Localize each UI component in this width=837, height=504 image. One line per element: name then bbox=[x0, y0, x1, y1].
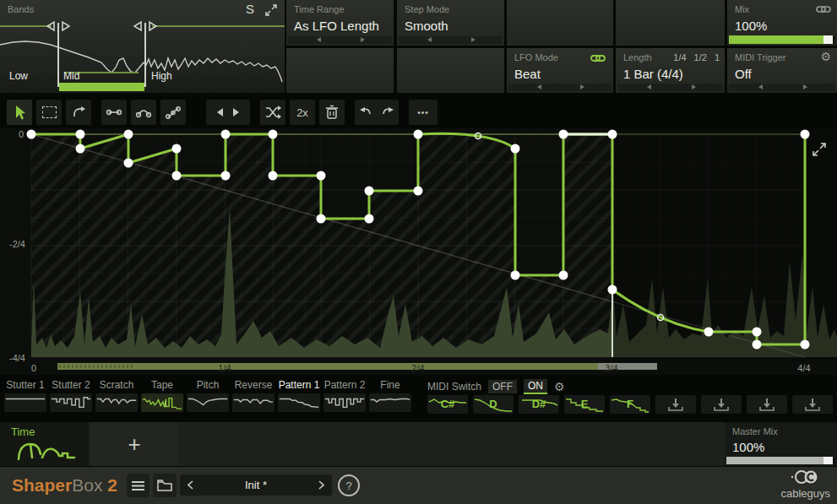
midi-note-slot[interactable]: D bbox=[473, 395, 514, 414]
length-quick-one[interactable]: 1 bbox=[715, 52, 720, 62]
lfo-editor[interactable]: 0 -2/4 -4/4 0 1/4 2/4 3/4 4/4 bbox=[0, 128, 837, 375]
midi-slot-download[interactable] bbox=[747, 395, 787, 414]
lfo-node[interactable] bbox=[221, 130, 231, 139]
add-channel-button[interactable]: + bbox=[90, 422, 178, 466]
lfo-node[interactable] bbox=[76, 144, 85, 154]
step-mode-control[interactable]: Step Mode Smooth bbox=[397, 0, 504, 46]
midi-note-slot[interactable]: D# bbox=[519, 395, 559, 414]
next-arrow-icon[interactable] bbox=[361, 37, 365, 42]
prev-arrow-icon[interactable] bbox=[647, 84, 651, 89]
midi-note-slot[interactable]: E bbox=[564, 395, 605, 414]
lfo-node[interactable] bbox=[365, 187, 374, 196]
next-arrow-icon[interactable] bbox=[580, 84, 584, 89]
wave-preset-label[interactable]: Fine bbox=[369, 379, 411, 391]
more-options-button[interactable]: ••• bbox=[409, 100, 438, 125]
next-arrow-icon[interactable] bbox=[471, 37, 476, 42]
link-icon[interactable] bbox=[816, 3, 831, 18]
wave-preset-label[interactable]: Tape bbox=[141, 379, 183, 391]
midi-trigger-control[interactable]: MIDI Trigger ⚙ Off bbox=[727, 48, 837, 93]
lfo-node[interactable] bbox=[269, 130, 278, 139]
lfo-node[interactable] bbox=[511, 144, 520, 154]
lfo-node[interactable] bbox=[172, 171, 182, 181]
marquee-select-tool-button[interactable] bbox=[36, 100, 62, 125]
active-band-indicator[interactable] bbox=[59, 83, 144, 91]
wave-preset-label[interactable]: Stutter 1 bbox=[4, 379, 46, 391]
undo-icon[interactable] bbox=[359, 106, 372, 118]
cursor-tool-button[interactable] bbox=[7, 100, 32, 125]
timeline-bar[interactable] bbox=[57, 363, 598, 370]
prev-arrow-icon[interactable] bbox=[758, 84, 763, 89]
midi-note-slot[interactable]: F bbox=[610, 395, 650, 414]
lfo-node[interactable] bbox=[801, 340, 810, 350]
bands-spectrum-display[interactable] bbox=[0, 0, 285, 93]
solo-button[interactable]: S bbox=[246, 2, 254, 16]
midi-slot-download[interactable] bbox=[655, 395, 696, 414]
line-tool-button[interactable] bbox=[101, 100, 127, 125]
wave-preset-label[interactable]: Pattern 1 bbox=[278, 379, 320, 391]
length-quick-quarter[interactable]: 1/4 bbox=[673, 52, 686, 62]
wave-preset-thumbnail[interactable] bbox=[95, 393, 138, 412]
delete-button[interactable] bbox=[319, 100, 345, 125]
master-mix-slider[interactable] bbox=[726, 457, 835, 464]
lfo-node[interactable] bbox=[753, 328, 762, 337]
next-arrow-icon[interactable] bbox=[803, 84, 807, 89]
link-icon[interactable] bbox=[590, 51, 606, 67]
prev-preset-icon[interactable] bbox=[188, 480, 193, 490]
length-control[interactable]: Length 1/4 1/2 1 1 Bar (4/4) bbox=[616, 48, 725, 93]
prev-arrow-icon[interactable] bbox=[427, 37, 432, 42]
mix-slider[interactable] bbox=[729, 35, 835, 44]
lfo-node[interactable] bbox=[221, 171, 231, 181]
lfo-node[interactable] bbox=[414, 187, 423, 196]
editor-expand-icon[interactable] bbox=[812, 142, 827, 160]
double-pattern-button[interactable]: 2x bbox=[290, 100, 315, 125]
preset-browser-button[interactable] bbox=[153, 474, 177, 497]
preset-selector[interactable]: Init * bbox=[180, 474, 332, 496]
prev-arrow-icon[interactable] bbox=[537, 84, 541, 89]
lfo-node[interactable] bbox=[124, 130, 133, 139]
midi-note-slot[interactable]: C# bbox=[427, 395, 468, 414]
divider1-right-handle-icon[interactable] bbox=[63, 22, 69, 30]
lfo-mode-value[interactable]: Beat bbox=[514, 67, 541, 81]
lfo-node[interactable] bbox=[511, 271, 520, 280]
curve-tool-button[interactable] bbox=[131, 100, 156, 125]
wave-preset-label[interactable]: Scratch bbox=[95, 379, 138, 391]
lfo-node[interactable] bbox=[317, 214, 326, 224]
tab-time-channel[interactable]: Time bbox=[0, 422, 89, 466]
prev-arrow-icon[interactable] bbox=[317, 37, 321, 42]
lfo-mode-scrub[interactable] bbox=[508, 84, 611, 91]
length-scrub[interactable] bbox=[617, 84, 723, 91]
shift-right-icon[interactable] bbox=[232, 107, 240, 117]
lfo-node[interactable] bbox=[704, 328, 714, 337]
wave-preset-thumbnail[interactable] bbox=[232, 393, 274, 412]
time-range-value[interactable]: As LFO Length bbox=[294, 19, 379, 33]
next-arrow-icon[interactable] bbox=[692, 84, 696, 89]
lfo-node[interactable] bbox=[608, 285, 617, 295]
lfo-editor-canvas[interactable]: 0 -2/4 -4/4 0 1/4 2/4 3/4 4/4 bbox=[0, 128, 837, 375]
time-range-control[interactable]: Time Range As LFO Length bbox=[286, 0, 394, 46]
wave-preset-thumbnail[interactable] bbox=[50, 393, 92, 412]
gear-icon[interactable]: ⚙ bbox=[820, 50, 831, 63]
wave-preset-label[interactable]: Pitch bbox=[187, 379, 229, 391]
s-curve-tool-button[interactable] bbox=[160, 100, 186, 125]
lfo-node[interactable] bbox=[365, 214, 374, 224]
wave-preset-thumbnail[interactable] bbox=[369, 393, 411, 412]
lfo-node[interactable] bbox=[124, 159, 133, 168]
lfo-node[interactable] bbox=[414, 130, 423, 139]
mix-slider-handle[interactable] bbox=[823, 35, 833, 44]
wave-preset-thumbnail[interactable] bbox=[323, 393, 366, 412]
gear-icon[interactable]: ⚙ bbox=[554, 380, 565, 393]
next-preset-icon[interactable] bbox=[318, 480, 324, 490]
midi-trigger-scrub[interactable] bbox=[729, 84, 835, 91]
randomize-button[interactable] bbox=[260, 100, 285, 125]
draw-curve-tool-button[interactable] bbox=[66, 100, 91, 125]
lfo-mode-control[interactable]: LFO Mode Beat bbox=[507, 48, 613, 93]
wave-preset-label[interactable]: Reverse bbox=[232, 379, 274, 391]
length-quick-half[interactable]: 1/2 bbox=[694, 52, 707, 62]
menu-button[interactable] bbox=[127, 474, 149, 497]
lfo-node[interactable] bbox=[27, 130, 36, 139]
preset-name[interactable]: Init * bbox=[193, 479, 318, 491]
wave-preset-thumbnail[interactable] bbox=[141, 393, 183, 412]
wave-preset-thumbnail[interactable] bbox=[187, 393, 229, 412]
step-mode-value[interactable]: Smooth bbox=[405, 19, 448, 33]
mix-control[interactable]: Mix 100% bbox=[727, 0, 837, 46]
